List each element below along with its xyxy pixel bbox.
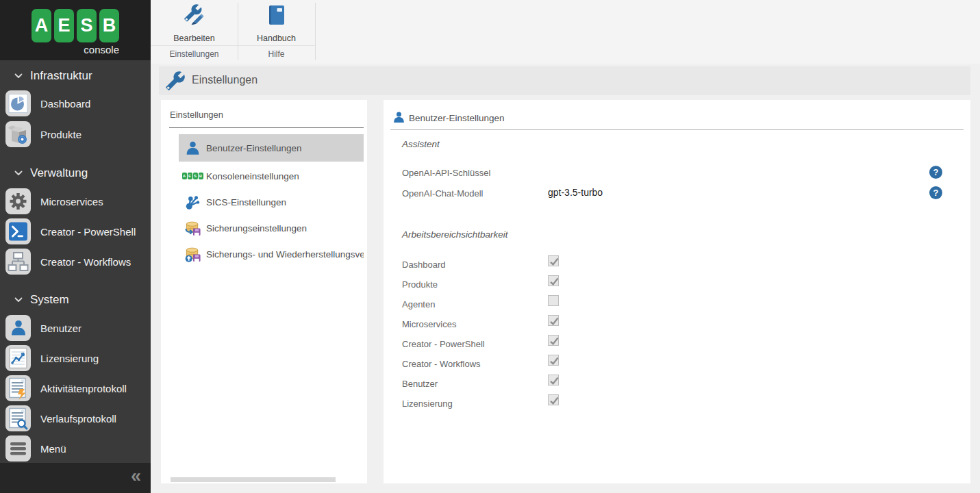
- sidebar-item-label: Verlaufsprotokoll: [40, 413, 116, 425]
- workspace-row-produkte: Produkte: [384, 275, 970, 294]
- agenten-checkbox[interactable]: [548, 295, 559, 306]
- creator-workflows-checkbox[interactable]: [548, 355, 559, 366]
- user-icon: [183, 139, 202, 157]
- chevron-down-icon: [14, 168, 23, 178]
- section-heading-arbeitsbereichsichtbarkeit: Arbeitsbereichsichtbarkeit: [402, 229, 508, 240]
- nav-item-label: Sicherungs- und Wiederherstellungsverwal…: [206, 249, 364, 260]
- benutzer-einstellungen-panel: Benutzer-Einstellungen Assistent OpenAI-…: [384, 100, 970, 483]
- nav-item-label: Konsoleneinstellungen: [206, 171, 299, 181]
- activity-log-icon: [5, 375, 31, 401]
- openai-chat-model-label: OpenAI-Chat-Modell: [402, 188, 483, 199]
- database-save-icon: [183, 219, 202, 237]
- workspace-row-creator-powershell: Creator - PowerShell: [384, 334, 970, 354]
- logo-letter-tile: S: [77, 9, 97, 42]
- checkbox-label: Agenten: [402, 299, 435, 309]
- creator-powershell-checkbox[interactable]: [548, 335, 559, 346]
- lizensierung-checkbox[interactable]: [548, 394, 559, 405]
- nav-item-konsoleneinstellungen[interactable]: A E S B Konsoleneinstellungen: [179, 165, 364, 187]
- collapse-sidebar-icon[interactable]: «: [131, 466, 141, 487]
- history-log-icon: [5, 405, 31, 431]
- sidebar-item-produkte[interactable]: Produkte: [5, 121, 151, 147]
- settings-nav-title: Einstellungen: [170, 110, 223, 120]
- database-restore-icon: [183, 245, 202, 263]
- sidebar-item-label: Menü: [40, 443, 66, 455]
- wrench-pencil-icon: [183, 3, 206, 29]
- handbook-icon: [265, 3, 288, 29]
- nav-item-label: Sicherungseinstellungen: [206, 223, 307, 233]
- checkbox-label: Creator - Workflows: [402, 359, 481, 369]
- sidebar-item-label: Benutzer: [40, 323, 81, 334]
- wrench-icon: [165, 71, 186, 94]
- dashboard-checkbox[interactable]: [548, 255, 559, 266]
- user-icon: [392, 111, 405, 127]
- checkbox-label: Benutzer: [402, 379, 438, 389]
- sidebar-section-label: Verwaltung: [30, 166, 88, 180]
- horizontal-scrollbar-thumb[interactable]: [171, 477, 336, 482]
- divider: [390, 129, 964, 130]
- workflow-icon: [5, 249, 31, 275]
- sidebar-item-creator-powershell[interactable]: Creator - PowerShell: [5, 218, 151, 244]
- workspace-row-benutzer: Benutzer: [384, 374, 970, 394]
- sidebar-section-label: System: [30, 293, 69, 307]
- workspace-row-lizensierung: Lizensierung: [384, 394, 970, 414]
- workspace-row-microservices: Microservices: [384, 314, 970, 334]
- sidebar-item-creator-workflows[interactable]: Creator - Workflows: [5, 249, 151, 275]
- section-heading-assistent: Assistent: [402, 139, 440, 149]
- sidebar-item-lizensierung[interactable]: Lizensierung: [5, 345, 151, 371]
- gear-icon: [5, 188, 31, 214]
- sidebar-item-label: Aktivitätenprotokoll: [40, 383, 127, 394]
- openai-api-key-value[interactable]: [548, 167, 630, 179]
- openai-chat-model-value[interactable]: gpt-3.5-turbo: [548, 187, 630, 199]
- app-logo: A E S B console: [0, 0, 151, 60]
- nav-item-label: Benutzer-Einstellungen: [206, 143, 302, 153]
- microservices-checkbox[interactable]: [548, 315, 559, 326]
- sidebar-collapse-bar: «: [0, 463, 151, 493]
- ribbon: Bearbeiten Einstellungen Handbuch Hilfe: [151, 0, 980, 64]
- page-title: Einstellungen: [192, 74, 257, 86]
- menu-icon: [5, 435, 31, 462]
- help-icon[interactable]: ?: [929, 186, 942, 199]
- nav-item-sics-einstellungen[interactable]: SICS-Einstellungen: [179, 191, 364, 213]
- checkbox-label: Lizensierung: [402, 399, 453, 409]
- product-box-icon: [5, 121, 31, 147]
- logo-subtitle: console: [32, 44, 119, 55]
- logo-letter-tile: A: [32, 9, 51, 42]
- sidebar-section-verwaltung[interactable]: Verwaltung: [0, 165, 151, 181]
- checkbox-label: Microservices: [402, 319, 456, 329]
- workspace-row-agenten: Agenten: [384, 294, 970, 314]
- sidebar-item-microservices[interactable]: Microservices: [5, 188, 151, 214]
- produkte-checkbox[interactable]: [548, 275, 559, 286]
- checkbox-label: Creator - PowerShell: [402, 339, 485, 349]
- checkbox-label: Produkte: [402, 279, 438, 290]
- sidebar-item-benutzer[interactable]: Benutzer: [5, 315, 151, 341]
- nav-item-label: SICS-Einstellungen: [206, 197, 286, 207]
- sidebar-section-infrastruktur[interactable]: Infrastruktur: [0, 68, 151, 84]
- nav-item-benutzer-einstellungen[interactable]: Benutzer-Einstellungen: [179, 134, 364, 162]
- sidebar-section-label: Infrastruktur: [30, 69, 92, 83]
- workspace-visibility-list: Dashboard Produkte Agenten Microservices…: [384, 255, 970, 414]
- sidebar: A E S B console Infrastruktur Dashboard: [0, 0, 151, 493]
- detail-panel-title: Benutzer-Einstellungen: [409, 113, 505, 123]
- ribbon-group-einstellungen: Bearbeiten Einstellungen: [151, 0, 238, 64]
- aesb-logo-icon: A E S B: [183, 167, 202, 185]
- nav-item-sicherungseinstellungen[interactable]: Sicherungseinstellungen: [179, 217, 364, 239]
- sidebar-item-label: Creator - PowerShell: [40, 226, 136, 238]
- sidebar-item-dashboard[interactable]: Dashboard: [5, 90, 151, 116]
- openai-api-key-label: OpenAI-API-Schlüssel: [402, 168, 490, 178]
- help-icon[interactable]: ?: [929, 166, 942, 179]
- sidebar-item-verlaufsprotokoll[interactable]: Verlaufsprotokoll: [5, 405, 151, 431]
- sidebar-item-label: Dashboard: [40, 98, 90, 110]
- settings-nav-panel: Einstellungen Benutzer-Einstellungen A E…: [161, 100, 367, 483]
- sidebar-section-system[interactable]: System: [0, 292, 151, 308]
- network-nodes-icon: [183, 193, 202, 211]
- chevron-down-icon: [14, 71, 23, 81]
- aesb-logo-icon: A E S B: [32, 9, 119, 42]
- sidebar-item-aktivitaetenprotokoll[interactable]: Aktivitätenprotokoll: [5, 375, 151, 401]
- sidebar-item-menue[interactable]: Menü: [5, 435, 151, 462]
- handbuch-button[interactable]: Handbuch: [257, 3, 296, 43]
- powershell-icon: [5, 218, 31, 244]
- logo-letter-tile: E: [54, 9, 74, 42]
- nav-item-sicherungs-wiederherstellungsverwaltung[interactable]: Sicherungs- und Wiederherstellungsverwal…: [179, 243, 364, 265]
- benutzer-checkbox[interactable]: [548, 375, 559, 385]
- bearbeiten-button[interactable]: Bearbeiten: [173, 3, 214, 43]
